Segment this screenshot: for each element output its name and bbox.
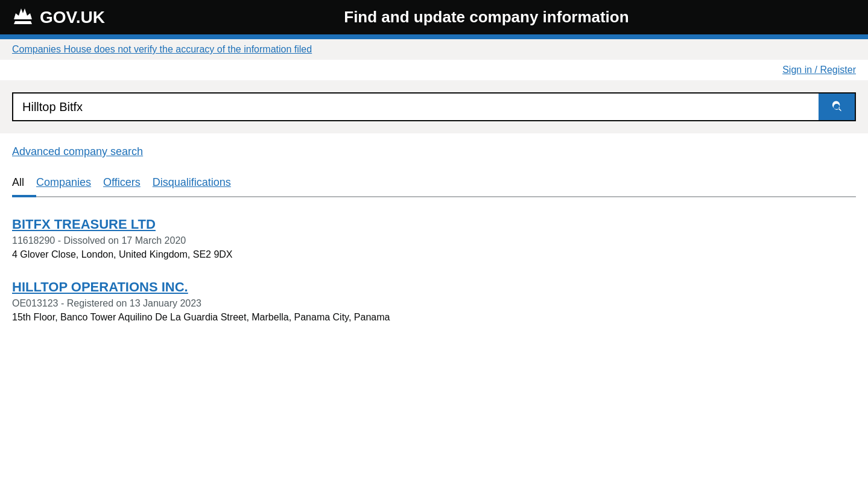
- result-meta: 11618290 - Dissolved on 17 March 2020: [12, 235, 856, 246]
- advanced-search-section: Advanced company search: [12, 145, 143, 158]
- result-name: BITFX TREASURE LTD: [12, 215, 856, 232]
- tab-disqualifications[interactable]: Disqualifications: [153, 170, 243, 197]
- result-item: BITFX TREASURE LTD 11618290 - Dissolved …: [12, 215, 856, 260]
- auth-bar: Sign in / Register: [0, 60, 868, 80]
- search-container: Hilltop Bitfx: [12, 92, 856, 121]
- gov-logo[interactable]: GOV.UK: [12, 6, 105, 28]
- tab-companies[interactable]: Companies: [36, 170, 103, 197]
- result-address: 4 Glover Close, London, United Kingdom, …: [12, 249, 856, 260]
- notice-link[interactable]: Companies House does not verify the accu…: [12, 44, 312, 54]
- result-name-link[interactable]: HILLTOP OPERATIONS INC.: [12, 279, 188, 294]
- result-name: HILLTOP OPERATIONS INC.: [12, 278, 856, 295]
- search-tabs: All Companies Officers Disqualifications: [12, 170, 856, 197]
- sign-in-link[interactable]: Sign in / Register: [782, 65, 856, 75]
- result-name-link[interactable]: BITFX TREASURE LTD: [12, 217, 156, 232]
- blue-stripe: [0, 34, 868, 39]
- tab-all[interactable]: All: [12, 170, 36, 197]
- search-button[interactable]: [819, 94, 855, 120]
- search-input[interactable]: Hilltop Bitfx: [13, 94, 819, 120]
- site-header: GOV.UK Find and update company informati…: [0, 0, 868, 34]
- search-section: Hilltop Bitfx: [0, 80, 868, 133]
- notice-bar: Companies House does not verify the accu…: [0, 39, 868, 60]
- main-content: Advanced company search All Companies Of…: [0, 133, 868, 353]
- gov-logo-text: GOV.UK: [40, 8, 105, 27]
- search-icon: [831, 100, 843, 114]
- results-list: BITFX TREASURE LTD 11618290 - Dissolved …: [12, 215, 856, 323]
- tab-officers[interactable]: Officers: [103, 170, 153, 197]
- gov-logo-icon: [12, 6, 34, 28]
- site-title: Find and update company information: [117, 8, 856, 27]
- result-address: 15th Floor, Banco Tower Aquilino De La G…: [12, 312, 856, 323]
- advanced-search-link[interactable]: Advanced company search: [12, 145, 143, 157]
- result-item: HILLTOP OPERATIONS INC. OE013123 - Regis…: [12, 278, 856, 323]
- result-meta: OE013123 - Registered on 13 January 2023: [12, 298, 856, 309]
